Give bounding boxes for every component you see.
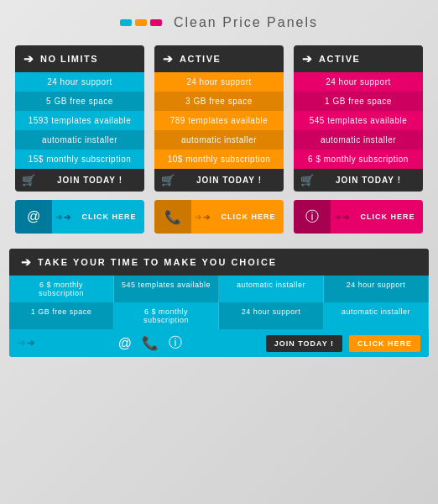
bottom-arrow1: ➔ xyxy=(18,338,25,349)
arrow1: ➔ xyxy=(195,213,201,222)
cart-icon: 🛒 xyxy=(22,174,35,186)
bottom-feat-r2c1: 1 GB free space xyxy=(9,302,114,329)
panel-no-limits-body: 24 hour support 5 GB free space 1593 tem… xyxy=(15,72,144,169)
click-row: @ ➔ ➔ CLICK HERE 📞 ➔ ➔ CLICK HERE ⓘ ➔ ➔ … xyxy=(9,200,429,234)
feature-4: automatic installer xyxy=(15,130,144,150)
bottom-click-button[interactable]: CLICK HERE xyxy=(349,335,420,352)
bottom-info-icon: ⓘ xyxy=(169,334,182,352)
feature-1: 24 hour support xyxy=(294,72,423,92)
feature-5: 6 $ monthly subscription xyxy=(294,150,423,169)
click-here-label-blue: CLICK HERE xyxy=(74,213,144,221)
feature-3: 545 templates available xyxy=(294,111,423,130)
bottom-panel-header: ➔ TAKE YOUR TIME TO MAKE YOU CHOICE xyxy=(9,249,429,276)
panel-active-2-cta[interactable]: 🛒 JOIN TODAY ! xyxy=(294,169,423,192)
arrow-icon: ➔ xyxy=(302,52,312,66)
cart-icon: 🛒 xyxy=(161,174,175,186)
panel-active-2-header: ➔ ACTIVE xyxy=(294,45,423,72)
feature-4: automatic installer xyxy=(154,130,284,150)
bottom-feat-r1c1: 6 $ monthly subscription xyxy=(9,276,114,302)
arrow-icon: ➔ xyxy=(163,52,173,66)
dot-pink xyxy=(150,19,162,26)
bottom-feat-r1c4: 24 hour support xyxy=(324,276,429,302)
bottom-features-grid: 6 $ monthly subscription 545 templates a… xyxy=(9,276,429,329)
dot-blue xyxy=(120,19,132,26)
page-title: Clean Price Panels xyxy=(174,15,318,30)
bottom-feat-r2c2: 6 $ monthly subscription xyxy=(114,302,219,329)
feature-2: 1 GB free space xyxy=(294,92,423,111)
bottom-panel-title: TAKE YOUR TIME TO MAKE YOU CHOICE xyxy=(38,257,277,267)
dot-orange xyxy=(135,19,147,26)
panel-active-1: ➔ ACTIVE 24 hour support 3 GB free space… xyxy=(154,45,284,192)
click-icon-area-orange: 📞 xyxy=(154,200,191,234)
feature-5: 15$ monthly subscription xyxy=(15,150,144,169)
cta-label: JOIN TODAY ! xyxy=(321,176,416,185)
panel-no-limits-cta[interactable]: 🛒 JOIN TODAY ! xyxy=(15,169,144,192)
bottom-email-icon: @ xyxy=(118,336,132,351)
arrow1: ➔ xyxy=(55,213,62,222)
panel-active-1-body: 24 hour support 3 GB free space 789 temp… xyxy=(154,72,284,169)
feature-1: 24 hour support xyxy=(15,72,144,92)
click-button-blue[interactable]: @ ➔ ➔ CLICK HERE xyxy=(15,200,144,234)
feature-5: 10$ monthly subscription xyxy=(154,150,284,169)
feature-1: 24 hour support xyxy=(154,72,284,92)
panel-no-limits-header: ➔ NO LIMITS xyxy=(15,45,144,72)
panel-active-2-body: 24 hour support 1 GB free space 545 temp… xyxy=(294,72,423,169)
arrow2: ➔ xyxy=(64,213,70,222)
cta-arrows-pink: ➔ ➔ xyxy=(334,213,349,222)
feature-2: 5 GB free space xyxy=(15,92,144,111)
cta-label: JOIN TODAY ! xyxy=(181,176,277,185)
header-dots xyxy=(120,19,162,26)
phone-icon: 📞 xyxy=(164,209,181,225)
cart-icon: 🛒 xyxy=(300,174,314,186)
cta-arrows-orange: ➔ ➔ xyxy=(195,213,210,222)
email-icon: @ xyxy=(27,209,40,224)
page-header: Clean Price Panels xyxy=(120,15,318,30)
feature-4: automatic installer xyxy=(294,130,423,150)
cta-label: JOIN TODAY ! xyxy=(42,176,138,185)
arrow1: ➔ xyxy=(334,213,341,222)
bottom-feat-r1c2: 545 templates available xyxy=(114,276,219,302)
panel-no-limits-title: NO LIMITS xyxy=(40,54,98,64)
bottom-panel: ➔ TAKE YOUR TIME TO MAKE YOU CHOICE 6 $ … xyxy=(9,249,429,357)
panel-active-1-title: ACTIVE xyxy=(180,54,221,64)
panel-no-limits: ➔ NO LIMITS 24 hour support 5 GB free sp… xyxy=(15,45,144,192)
feature-3: 789 templates available xyxy=(154,111,284,130)
bottom-arrow2: ➔ xyxy=(27,338,34,349)
bottom-join-button[interactable]: JOIN TODAY ! xyxy=(266,335,342,352)
bottom-feat-r2c3: 24 hour support xyxy=(219,302,324,329)
bottom-arrow-icon: ➔ xyxy=(21,255,31,269)
bottom-cta-arrows: ➔ ➔ xyxy=(18,338,34,349)
bottom-phone-icon: 📞 xyxy=(142,335,159,351)
click-button-orange[interactable]: 📞 ➔ ➔ CLICK HERE xyxy=(154,200,284,234)
click-icon-area-blue: @ xyxy=(15,200,52,234)
arrow-icon: ➔ xyxy=(23,52,34,66)
click-here-label-orange: CLICK HERE xyxy=(213,213,284,221)
click-icon-area-pink: ⓘ xyxy=(294,200,331,234)
feature-2: 3 GB free space xyxy=(154,92,284,111)
click-here-label-pink: CLICK HERE xyxy=(352,213,423,221)
bottom-icons: @ 📞 ⓘ xyxy=(41,334,259,352)
click-button-pink[interactable]: ⓘ ➔ ➔ CLICK HERE xyxy=(294,200,423,234)
cta-arrows-blue: ➔ ➔ xyxy=(55,213,70,222)
panel-active-1-header: ➔ ACTIVE xyxy=(154,45,284,72)
panel-active-2: ➔ ACTIVE 24 hour support 1 GB free space… xyxy=(294,45,423,192)
panel-active-2-title: ACTIVE xyxy=(319,54,360,64)
panels-row: ➔ NO LIMITS 24 hour support 5 GB free sp… xyxy=(9,45,429,192)
bottom-feat-r2c4: automatic installer xyxy=(324,302,429,329)
info-icon: ⓘ xyxy=(305,208,319,226)
bottom-cta-row: ➔ ➔ @ 📞 ⓘ JOIN TODAY ! CLICK HERE xyxy=(9,329,429,357)
arrow2: ➔ xyxy=(203,213,210,222)
bottom-feat-r1c3: automatic installer xyxy=(219,276,324,302)
panel-active-1-cta[interactable]: 🛒 JOIN TODAY ! xyxy=(154,169,284,192)
feature-3: 1593 templates available xyxy=(15,111,144,130)
arrow2: ➔ xyxy=(342,213,349,222)
